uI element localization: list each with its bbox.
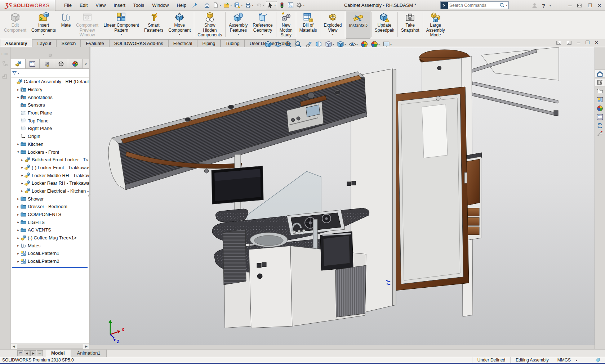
insert-components-button[interactable]: InsertComponents▾ [29, 11, 58, 39]
tree-expander-icon[interactable]: ▸ [20, 189, 25, 193]
exploded-view-dropdown-icon[interactable]: ▾ [332, 33, 333, 36]
motion-study-button[interactable]: NewMotionStudy [277, 11, 295, 39]
span-displays-icon[interactable] [577, 3, 582, 8]
apply-scene-dropdown-icon[interactable]: ▾ [378, 43, 380, 46]
tab-layout[interactable]: Layout [32, 39, 56, 47]
featuremanager-tab-configurations[interactable] [40, 59, 54, 68]
take-snapshot-button[interactable]: TakeSnapshot [399, 11, 422, 39]
assembly-3d-model[interactable] [90, 47, 595, 345]
tree-item[interactable]: ▸Shower [11, 195, 89, 203]
options-list-button[interactable] [287, 1, 294, 9]
exploded-view-button[interactable]: ExplodedView▾ [321, 11, 344, 39]
update-speedpak-button[interactable]: UpdateSpeedpak [372, 11, 397, 39]
taskpane-custom-properties-button[interactable] [595, 113, 605, 121]
tree-expander-icon[interactable]: ▸ [16, 236, 21, 240]
close-window-icon[interactable]: ✕ [597, 3, 601, 8]
featuremanager-tabs-overflow[interactable]: > [83, 59, 89, 68]
restore-window-icon[interactable]: ❐ [588, 3, 592, 8]
large-assembly-button[interactable]: LargeAssemblyMode [424, 11, 448, 39]
doc-minimize-icon[interactable]: ─ [577, 40, 580, 45]
search-magnifier-icon[interactable] [499, 3, 505, 8]
tree-item[interactable]: ▸Kitchen [11, 140, 89, 148]
featuremanager-tab-display[interactable] [68, 59, 83, 68]
tree-expander-icon[interactable]: ▸ [16, 244, 21, 247]
hide-show-items-dropdown-icon[interactable]: ▾ [356, 43, 358, 46]
tree-expander-icon[interactable]: ▸ [16, 197, 21, 201]
print-button[interactable]: ▾ [244, 1, 254, 9]
tab-model[interactable]: Model [45, 350, 71, 357]
tab-piping[interactable]: Piping [197, 39, 220, 47]
assembly-features-button[interactable]: AssemblyFeatures▾ [226, 11, 250, 39]
featuremanager-tab-features[interactable] [11, 59, 26, 68]
reference-geometry-dropdown-icon[interactable]: ▾ [262, 33, 263, 36]
scrollbar-thumb[interactable] [17, 344, 83, 349]
instant3d-button[interactable]: Instant3D [346, 11, 370, 39]
tree-expander-icon[interactable]: ▸ [20, 158, 25, 162]
tree-item[interactable]: ▸(-) Coffee Mug Tree<1> [11, 234, 89, 242]
view-orientation-dropdown-icon[interactable]: ▾ [333, 43, 334, 46]
tree-item[interactable]: ▸History [11, 86, 89, 94]
menu-window[interactable]: Window [148, 0, 173, 10]
doc-close-icon[interactable]: ✕ [595, 40, 599, 45]
menu-view[interactable]: View [92, 0, 110, 10]
feature-tree-filter[interactable]: ▾ [11, 69, 89, 78]
tree-item[interactable]: ▸Mates [11, 242, 89, 250]
menu-insert[interactable]: Insert [110, 0, 129, 10]
taskpane-appearances-button[interactable] [595, 104, 605, 112]
doc-restore-icon[interactable]: ❐ [585, 40, 590, 45]
tree-item[interactable]: ▸LIGHTS [11, 218, 89, 226]
tv-screen[interactable] [212, 166, 263, 204]
tree-root[interactable]: Cabinet Assembly - RH (Default<Disp [11, 78, 89, 86]
menu-tools[interactable]: Tools [129, 0, 148, 10]
tree-expander-icon[interactable]: ▸ [16, 252, 21, 255]
assembly-features-dropdown-icon[interactable]: ▾ [237, 33, 239, 36]
tab-assembly[interactable]: Assembly [0, 39, 32, 47]
open-doc-button[interactable]: ▾ [223, 1, 232, 9]
view-settings-dropdown-icon[interactable]: ▾ [390, 43, 392, 46]
filter-funnel-icon[interactable] [12, 71, 17, 76]
home-button[interactable] [203, 1, 211, 9]
linear-pattern-dropdown-icon[interactable]: ▾ [121, 33, 122, 36]
open-doc-dropdown-icon[interactable]: ▾ [230, 4, 232, 7]
tree-item[interactable]: ▸LocalLPattern1 [11, 250, 89, 257]
units-selector[interactable]: MMGS ▴ [554, 358, 581, 363]
taskpane-sw-addins-button[interactable] [595, 121, 605, 130]
tree-item[interactable]: ▸LocalLPattern2 [11, 257, 89, 265]
tree-item[interactable]: ▸(-) Locker Front - Trakkaway 8 [11, 164, 89, 172]
panel-top-splitter[interactable] [11, 54, 89, 56]
tree-item[interactable]: ▸Locker Rear RH - Trakkaway 8 [11, 179, 89, 187]
rebuild-button[interactable] [278, 1, 286, 9]
help-button[interactable]: ? [542, 3, 545, 9]
graphics-viewport[interactable]: X Z [90, 47, 595, 345]
linear-pattern-button[interactable]: Linear ComponentPattern▾ [101, 11, 142, 39]
undo-button[interactable]: ▾ [255, 1, 265, 9]
search-input[interactable] [448, 3, 499, 8]
tree-item[interactable]: ▾Lockers - Front [11, 148, 89, 156]
move-component-button[interactable]: MoveComponent▾ [166, 11, 193, 39]
tree-item[interactable]: Top Plane [11, 117, 89, 125]
edit-component-button[interactable]: EditComponent [1, 11, 29, 39]
taskpane-file-explorer-button[interactable] [595, 87, 605, 95]
help-dropdown-icon[interactable]: ▾ [550, 4, 551, 7]
minimize-window-icon[interactable]: ─ [568, 3, 571, 8]
next-tab-icon[interactable]: ▶ [30, 350, 36, 356]
toolbar-grip[interactable]: :::::: [1, 52, 9, 55]
tree-item[interactable]: Origin [11, 132, 89, 140]
tree-item[interactable]: ▸Locker Electrical - Kitchen - T [11, 187, 89, 195]
tambour-door[interactable] [335, 265, 366, 317]
exploded-rails[interactable] [463, 47, 559, 116]
mate-button[interactable]: Mate [58, 11, 74, 39]
display-style-dropdown-icon[interactable]: ▾ [344, 43, 346, 46]
tree-expander-icon[interactable]: ▸ [16, 142, 21, 146]
taskpane-view-palette-button[interactable] [595, 95, 605, 104]
tree-item[interactable]: ▸Annotations [11, 93, 89, 101]
show-hidden-button[interactable]: ShowHiddenComponents [195, 11, 224, 39]
pane-right-icon[interactable] [566, 40, 572, 45]
tab-electrical[interactable]: Electrical [168, 39, 197, 47]
tree-expander-icon[interactable]: ▸ [16, 228, 21, 232]
prev-tab-icon[interactable]: ◀ [24, 350, 30, 356]
pin-menu-icon[interactable] [192, 3, 197, 8]
filter-dropdown-icon[interactable]: ▾ [18, 72, 19, 75]
first-tab-icon[interactable]: ⏮ [17, 350, 23, 356]
reference-geometry-button[interactable]: ReferenceGeometry▾ [250, 11, 275, 39]
